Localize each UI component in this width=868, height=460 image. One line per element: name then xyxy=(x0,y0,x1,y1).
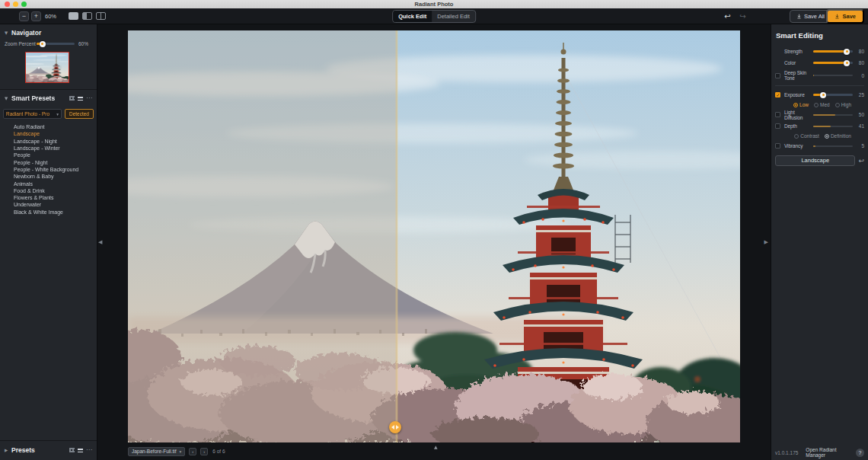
radio-icon xyxy=(814,103,819,107)
vibrancy-slider[interactable] xyxy=(813,145,853,147)
strength-value: 80 xyxy=(853,49,864,54)
redo-icon[interactable]: ↪ xyxy=(740,12,746,21)
preset-item[interactable]: Black & White Image xyxy=(0,209,97,216)
applied-preset-button[interactable]: Landscape xyxy=(775,155,855,166)
preset-item-selected[interactable]: Landscape xyxy=(0,130,97,137)
zoom-percent-slider[interactable] xyxy=(37,43,75,45)
collapse-right-panel-icon[interactable]: ▶ xyxy=(764,239,768,245)
deep-skin-tone-value: 0 xyxy=(853,73,864,78)
main-toolbar: − + 60% Quick Edit Detailed Edit ↩ ↪ Sav… xyxy=(0,8,868,24)
list-view-icon[interactable] xyxy=(78,448,83,452)
preset-item[interactable]: People xyxy=(0,152,97,158)
radio-icon xyxy=(794,134,799,139)
grid-view-icon[interactable] xyxy=(69,96,75,101)
compare-view-icon[interactable] xyxy=(96,12,106,20)
zoom-out-button[interactable]: − xyxy=(19,11,29,21)
tab-detailed-edit[interactable]: Detailed Edit xyxy=(432,11,475,22)
slider-row-vibrancy: Vibrancy 5 xyxy=(771,140,868,152)
tab-quick-edit[interactable]: Quick Edit xyxy=(393,11,432,22)
grid-view-icon[interactable] xyxy=(69,448,75,452)
color-label: Color xyxy=(784,60,813,65)
open-radiant-manager-link[interactable]: Open Radiant Manager xyxy=(806,447,856,458)
preset-item[interactable]: Auto Radiant xyxy=(0,123,97,130)
radio-high[interactable]: High xyxy=(835,102,851,107)
vibrancy-checkbox[interactable] xyxy=(775,143,780,149)
exposure-checkbox[interactable] xyxy=(775,92,780,97)
preset-item[interactable]: Newborn & Baby xyxy=(0,173,97,180)
color-slider[interactable] xyxy=(813,62,853,64)
zoom-percent-value: 60% xyxy=(78,41,88,46)
preset-pack-value: Radiant Photo - Pro xyxy=(6,111,56,117)
deep-skin-tone-checkbox[interactable] xyxy=(775,73,780,78)
presets-section-header[interactable]: ▶ Presets ⋯ xyxy=(0,440,97,460)
expand-filmstrip-icon[interactable]: ▲ xyxy=(434,444,438,449)
more-options-icon[interactable]: ⋯ xyxy=(86,448,92,452)
color-value: 80 xyxy=(853,60,864,65)
zoom-in-button[interactable]: + xyxy=(31,11,41,21)
version-label: v1.0.1.175 xyxy=(775,450,798,455)
radio-icon xyxy=(835,103,840,107)
radio-definition[interactable]: Definition xyxy=(825,133,851,139)
edit-mode-tabs: Quick Edit Detailed Edit xyxy=(392,10,476,23)
chevron-down-icon: ▾ xyxy=(56,112,59,117)
depth-value: 41 xyxy=(853,123,864,129)
preset-pack-dropdown[interactable]: Radiant Photo - Pro ▾ xyxy=(3,109,62,119)
save-button[interactable]: Save xyxy=(826,9,864,24)
image-canvas: ◀ ▶ Japan-Before-Full.tif ▾ ‹ › 6 xyxy=(97,24,771,460)
radio-med[interactable]: Med xyxy=(814,102,830,107)
save-label: Save xyxy=(842,13,856,20)
split-view-icon[interactable] xyxy=(82,12,92,20)
navigator-title: Navigator xyxy=(11,29,92,37)
smart-presets-list: Auto Radiant Landscape Landscape - Night… xyxy=(0,123,97,216)
slider-handle[interactable] xyxy=(844,49,850,55)
thumbnail-image xyxy=(26,53,69,82)
light-diffusion-value: 50 xyxy=(853,112,864,117)
slider-handle[interactable] xyxy=(820,92,826,98)
vibrancy-value: 5 xyxy=(853,143,864,149)
exposure-slider[interactable] xyxy=(813,94,853,96)
slider-row-light-diffusion: Light Diffusion 50 xyxy=(771,109,868,120)
slider-handle[interactable] xyxy=(40,41,46,47)
smart-presets-header[interactable]: ▼ Smart Presets ⋯ xyxy=(0,90,97,105)
radio-contrast[interactable]: Contrast xyxy=(794,133,819,139)
preset-item[interactable]: Underwater xyxy=(0,201,97,208)
preset-item[interactable]: Flowers & Plants xyxy=(0,194,97,201)
deep-skin-tone-slider[interactable] xyxy=(813,75,853,76)
strength-slider[interactable] xyxy=(813,50,853,53)
chevron-down-icon: ▼ xyxy=(5,96,11,101)
navigator-thumbnail[interactable] xyxy=(25,52,69,83)
list-view-icon[interactable] xyxy=(78,96,83,101)
navigator-header[interactable]: ▼ Navigator xyxy=(0,24,97,40)
preset-item[interactable]: People - Night xyxy=(0,158,97,165)
current-filename: Japan-Before-Full.tif xyxy=(132,449,177,454)
single-view-icon[interactable] xyxy=(69,12,78,20)
radio-low[interactable]: Low xyxy=(793,102,809,107)
file-dropdown[interactable]: Japan-Before-Full.tif ▾ xyxy=(128,447,185,456)
light-diffusion-checkbox[interactable] xyxy=(775,112,780,117)
undo-icon[interactable]: ↩ xyxy=(724,12,730,21)
light-diffusion-slider[interactable] xyxy=(813,114,853,116)
save-all-button[interactable]: Save All xyxy=(790,10,831,23)
reset-icon[interactable]: ↩ xyxy=(858,157,864,165)
slider-row-depth: Depth 41 xyxy=(771,120,868,132)
preset-item[interactable]: Food & Drink xyxy=(0,187,97,194)
zoom-percent-label: Zoom Percent xyxy=(5,41,37,46)
exposure-mode-options: Low Med High xyxy=(771,101,868,109)
preset-item[interactable]: Landscape - Winter xyxy=(0,145,97,152)
split-compare-handle-icon[interactable] xyxy=(389,421,401,433)
depth-checkbox[interactable] xyxy=(775,123,780,129)
more-options-icon[interactable]: ⋯ xyxy=(86,96,92,101)
photo-preview[interactable] xyxy=(128,30,740,442)
app-window: Radiant Photo − + 60% Quick Edit Detaile… xyxy=(0,0,868,460)
preset-item[interactable]: Landscape - Night xyxy=(0,138,97,145)
slider-handle[interactable] xyxy=(844,60,850,66)
detected-button[interactable]: Detected xyxy=(65,109,94,119)
preset-item[interactable]: People - White Background xyxy=(0,166,97,173)
depth-slider[interactable] xyxy=(813,126,853,127)
presets-title: Presets xyxy=(11,446,69,454)
help-icon[interactable]: ? xyxy=(856,449,864,457)
collapse-left-panel-icon[interactable]: ◀ xyxy=(98,239,102,245)
next-image-button[interactable]: › xyxy=(200,448,208,455)
previous-image-button[interactable]: ‹ xyxy=(189,448,196,455)
preset-item[interactable]: Animals xyxy=(0,180,97,187)
